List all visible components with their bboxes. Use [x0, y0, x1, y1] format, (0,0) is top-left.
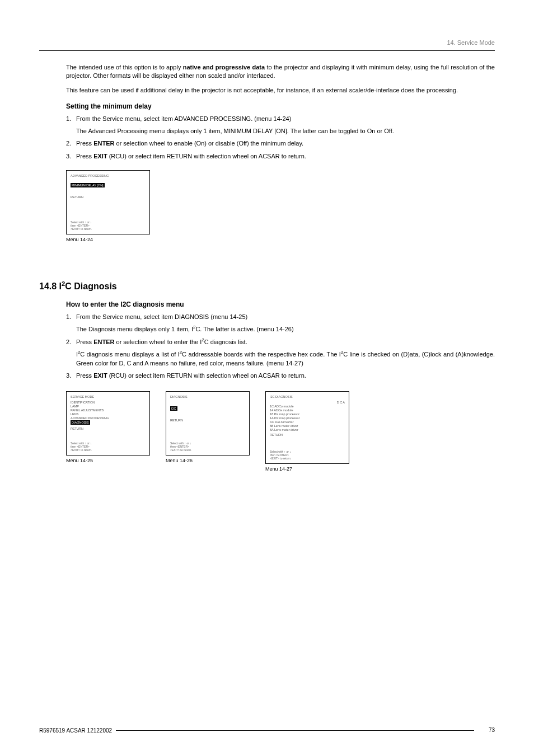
sec2-step1: 1.From the Service menu, select item DIA… [66, 313, 495, 321]
menu-24-foot: Select with ↑ or ↓ then <ENTER> <EXIT> t… [71, 220, 146, 231]
menu-25-item: PANEL ADJUSTMENTS [71, 408, 146, 412]
subhead-setting-delay: Setting the minimum delay [66, 102, 495, 110]
sec2-s2c: C diagnosis list. [204, 339, 247, 345]
sec2-s1sub-a: The Diagnosis menu displays only 1 item,… [76, 326, 193, 332]
menu-27-title: I2C DIAGNOSIS [270, 395, 345, 398]
sec2-s3-bold: EXIT [93, 372, 107, 379]
step-num: 1. [66, 115, 76, 123]
sec2-head-b: C Diagnosis [65, 281, 116, 291]
menu-24-title: ADVANCED PROCESSING [71, 174, 146, 177]
menu-25-caption: Menu 14-25 [66, 458, 150, 463]
menu-27-item: 88 Lens motor driver [270, 424, 345, 428]
sec2-s1sub-b: C. The latter is active. (menu 14-26) [195, 326, 293, 332]
menu-26-foot: Select with ↑ or ↓ then <ENTER> <EXIT> t… [170, 442, 245, 452]
sec2-step2-sub: I2C diagnosis menu displays a list of I2… [76, 350, 495, 368]
menu-27-item: 1A Pix map processor [270, 416, 345, 420]
page: 14. Service Mode The intended use of thi… [0, 0, 534, 756]
section-14-8-head: 14.8 I2C Diagnosis [39, 281, 495, 292]
step-num: 2. [66, 139, 76, 148]
menu-25-selected: DIAGNOSIS [71, 420, 90, 425]
menu-25-foot: Select with ↑ or ↓ then <ENTER> <EXIT> t… [71, 442, 146, 452]
menu-24-sel-row: MINIMUM DELAY [ON] [71, 183, 146, 187]
menu-27-caption: Menu 14-27 [265, 466, 349, 472]
menu-27-foot: Select with ↑ or ↓ then <ENTER> <EXIT> t… [270, 450, 345, 460]
sec2-s3b: (RCU) or select item RETURN with selecti… [107, 372, 306, 379]
page-footer: R5976519 ACSAR 12122002 73 [39, 727, 495, 734]
menu-25-sel-row: DIAGNOSIS [71, 420, 146, 425]
sec1-s1: From the Service menu, select item ADVAN… [76, 115, 291, 122]
menu-27-item: 1C ADCo module [270, 405, 345, 408]
footer-doc-id: R5976519 ACSAR 12122002 [39, 727, 112, 734]
menu-25-item: IDENTIFICATION [71, 401, 146, 404]
menu-26-sel-row: I2C [170, 406, 245, 411]
menu-26-selected: I2C [170, 406, 177, 411]
header-rule: 14. Service Mode [39, 34, 495, 51]
menu-26-return: RETURN [170, 419, 245, 422]
menu-26-caption: Menu 14-26 [166, 458, 250, 463]
menu-27-footc: <EXIT> to return. [270, 457, 291, 460]
sec1-s3b: (RCU) or select item RETURN with selecti… [107, 153, 306, 159]
step-num: 1. [66, 313, 76, 321]
menu-24-footc: <EXIT> to return. [71, 227, 92, 231]
menu-27-item: AC D/A convertor [270, 420, 345, 424]
sec2-s2sub-c: C addressable boards with the respective… [182, 351, 341, 358]
step-num: 3. [66, 372, 76, 380]
menu-27-item: 14 ADCe module [270, 408, 345, 412]
sec2-s2b: or selection wheel to enter the I [114, 339, 202, 345]
menu-24-return: RETURN [71, 195, 146, 199]
sec2-step2: 2.Press ENTER or selection wheel to ente… [66, 338, 495, 346]
header-section: 14. Service Mode [447, 39, 495, 46]
sec1-step1: 1.From the Service menu, select item ADV… [66, 115, 495, 123]
sec1-s2-bold: ENTER [93, 140, 114, 147]
menu-25-item: LAMP [71, 405, 146, 408]
intro-para-1: The intended use of this option is to ap… [66, 63, 495, 80]
sec1-s3a: Press [76, 153, 93, 159]
menu-24-box: ADVANCED PROCESSING MINIMUM DELAY [ON] R… [66, 170, 150, 234]
step-num: 3. [66, 152, 76, 161]
menu-24-col: ADVANCED PROCESSING MINIMUM DELAY [ON] R… [66, 165, 495, 253]
sec2-s3a: Press [76, 372, 93, 379]
menu-27-col: I2C DIAGNOSIS D C A 1C ADCo module 14 AD… [265, 386, 349, 483]
intro-p1a: The intended use of this option is to ap… [66, 64, 183, 71]
footer-rule [116, 730, 474, 731]
menu-27-item: 18 Pix map processor [270, 412, 345, 416]
footer-page-num: 73 [489, 727, 495, 733]
sec1-step2: 2.Press ENTER or selection wheel to enab… [66, 139, 495, 148]
menu-27-return: RETURN [270, 433, 345, 436]
step-num: 2. [66, 338, 76, 346]
sec2-step3: 3.Press EXIT (RCU) or select item RETURN… [66, 372, 495, 380]
sec2-s2a: Press [76, 339, 93, 345]
menu-25-return: RETURN [71, 427, 146, 430]
sec2-s2-bold: ENTER [93, 339, 114, 345]
menu-25-item: ADVANCED PROCESSING [71, 416, 146, 420]
intro-p1-bold: native and progressive data [183, 64, 265, 71]
menu-26-box: DIAGNOSIS I2C RETURN Select with ↑ or ↓ … [166, 391, 250, 456]
sec2-head-a: 14.8 I [39, 281, 62, 291]
menu-26-title: DIAGNOSIS [170, 395, 245, 398]
menu-25-title: SERVICE MODE [71, 395, 146, 398]
menu-27-dca: D C A [270, 401, 345, 404]
sec1-s2a: Press [76, 140, 93, 147]
menu-27-item: 8A Lens motor driver [270, 428, 345, 431]
menu-24-selected: MINIMUM DELAY [ON] [71, 183, 105, 187]
sec2-s2sub-b: C diagnosis menu displays a list of I [80, 351, 179, 358]
menu-26-col: DIAGNOSIS I2C RETURN Select with ↑ or ↓ … [166, 386, 250, 483]
menu-25-footc: <EXIT> to return. [71, 448, 92, 452]
menu-25-col: SERVICE MODE IDENTIFICATION LAMP PANEL A… [66, 386, 150, 483]
sec1-step3: 3.Press EXIT (RCU) or select item RETURN… [66, 152, 495, 161]
menu-24-caption: Menu 14-24 [66, 237, 495, 242]
sec1-s3-bold: EXIT [93, 153, 107, 159]
sec2-step1-sub: The Diagnosis menu displays only 1 item,… [76, 325, 495, 334]
menu-row-25-27: SERVICE MODE IDENTIFICATION LAMP PANEL A… [66, 386, 495, 483]
intro-para-2: This feature can be used if additional d… [66, 86, 495, 95]
sec1-step1-sub: The Advanced Processing menu displays on… [76, 127, 495, 135]
menu-25-item: LENS [71, 412, 146, 416]
menu-26-footc: <EXIT> to return. [170, 448, 191, 452]
sec2-s1: From the Service menu, select item DIAGN… [76, 313, 247, 320]
sec1-s2b: or selection wheel to enable (On) or dis… [114, 140, 303, 147]
menu-25-box: SERVICE MODE IDENTIFICATION LAMP PANEL A… [66, 391, 150, 456]
content-body: The intended use of this option is to ap… [39, 63, 495, 483]
subhead-i2c-enter: How to enter the I2C diagnosis menu [66, 300, 495, 308]
menu-27-box: I2C DIAGNOSIS D C A 1C ADCo module 14 AD… [265, 391, 349, 464]
